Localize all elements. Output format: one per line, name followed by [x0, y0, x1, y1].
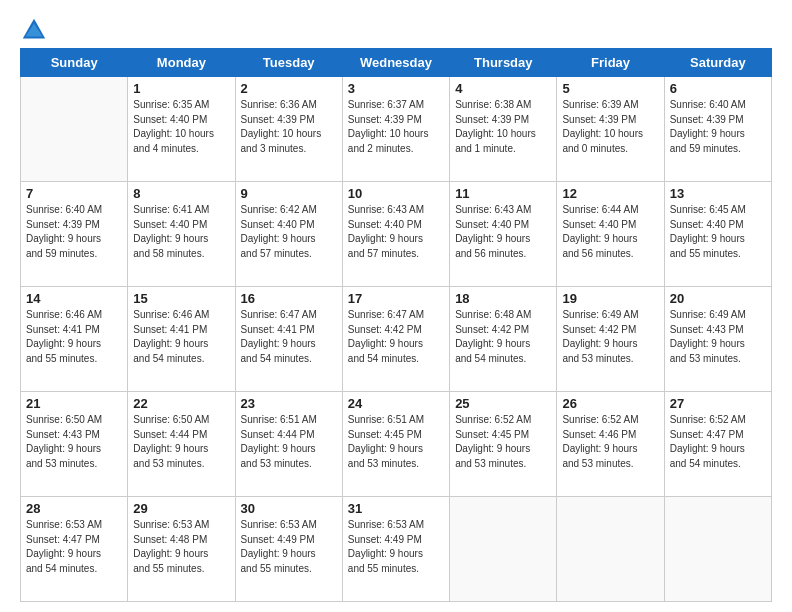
day-number: 30 [241, 501, 337, 516]
day-info: Sunrise: 6:49 AMSunset: 4:42 PMDaylight:… [562, 308, 658, 366]
day-info: Sunrise: 6:43 AMSunset: 4:40 PMDaylight:… [455, 203, 551, 261]
day-cell: 8Sunrise: 6:41 AMSunset: 4:40 PMDaylight… [128, 182, 235, 287]
day-number: 10 [348, 186, 444, 201]
day-number: 14 [26, 291, 122, 306]
day-number: 25 [455, 396, 551, 411]
day-number: 4 [455, 81, 551, 96]
day-info: Sunrise: 6:35 AMSunset: 4:40 PMDaylight:… [133, 98, 229, 156]
day-number: 11 [455, 186, 551, 201]
day-info: Sunrise: 6:46 AMSunset: 4:41 PMDaylight:… [133, 308, 229, 366]
day-info: Sunrise: 6:52 AMSunset: 4:45 PMDaylight:… [455, 413, 551, 471]
week-row-3: 21Sunrise: 6:50 AMSunset: 4:43 PMDayligh… [21, 392, 772, 497]
day-number: 2 [241, 81, 337, 96]
calendar-table: SundayMondayTuesdayWednesdayThursdayFrid… [20, 48, 772, 602]
day-info: Sunrise: 6:46 AMSunset: 4:41 PMDaylight:… [26, 308, 122, 366]
day-cell: 12Sunrise: 6:44 AMSunset: 4:40 PMDayligh… [557, 182, 664, 287]
day-cell: 9Sunrise: 6:42 AMSunset: 4:40 PMDaylight… [235, 182, 342, 287]
day-cell: 30Sunrise: 6:53 AMSunset: 4:49 PMDayligh… [235, 497, 342, 602]
day-cell: 19Sunrise: 6:49 AMSunset: 4:42 PMDayligh… [557, 287, 664, 392]
day-number: 17 [348, 291, 444, 306]
logo-icon [20, 16, 48, 44]
day-number: 7 [26, 186, 122, 201]
day-cell: 10Sunrise: 6:43 AMSunset: 4:40 PMDayligh… [342, 182, 449, 287]
day-number: 21 [26, 396, 122, 411]
day-cell: 24Sunrise: 6:51 AMSunset: 4:45 PMDayligh… [342, 392, 449, 497]
day-info: Sunrise: 6:51 AMSunset: 4:45 PMDaylight:… [348, 413, 444, 471]
day-cell [450, 497, 557, 602]
day-number: 8 [133, 186, 229, 201]
day-cell [664, 497, 771, 602]
day-info: Sunrise: 6:48 AMSunset: 4:42 PMDaylight:… [455, 308, 551, 366]
day-info: Sunrise: 6:44 AMSunset: 4:40 PMDaylight:… [562, 203, 658, 261]
day-cell: 13Sunrise: 6:45 AMSunset: 4:40 PMDayligh… [664, 182, 771, 287]
day-cell: 14Sunrise: 6:46 AMSunset: 4:41 PMDayligh… [21, 287, 128, 392]
day-number: 29 [133, 501, 229, 516]
day-cell: 22Sunrise: 6:50 AMSunset: 4:44 PMDayligh… [128, 392, 235, 497]
day-info: Sunrise: 6:47 AMSunset: 4:41 PMDaylight:… [241, 308, 337, 366]
page: SundayMondayTuesdayWednesdayThursdayFrid… [0, 0, 792, 612]
day-number: 9 [241, 186, 337, 201]
day-info: Sunrise: 6:53 AMSunset: 4:47 PMDaylight:… [26, 518, 122, 576]
day-info: Sunrise: 6:41 AMSunset: 4:40 PMDaylight:… [133, 203, 229, 261]
day-cell: 4Sunrise: 6:38 AMSunset: 4:39 PMDaylight… [450, 77, 557, 182]
day-number: 19 [562, 291, 658, 306]
col-header-monday: Monday [128, 49, 235, 77]
day-info: Sunrise: 6:42 AMSunset: 4:40 PMDaylight:… [241, 203, 337, 261]
day-info: Sunrise: 6:47 AMSunset: 4:42 PMDaylight:… [348, 308, 444, 366]
day-cell: 11Sunrise: 6:43 AMSunset: 4:40 PMDayligh… [450, 182, 557, 287]
day-info: Sunrise: 6:49 AMSunset: 4:43 PMDaylight:… [670, 308, 766, 366]
day-cell: 1Sunrise: 6:35 AMSunset: 4:40 PMDaylight… [128, 77, 235, 182]
day-number: 23 [241, 396, 337, 411]
day-number: 12 [562, 186, 658, 201]
week-row-0: 1Sunrise: 6:35 AMSunset: 4:40 PMDaylight… [21, 77, 772, 182]
day-cell: 3Sunrise: 6:37 AMSunset: 4:39 PMDaylight… [342, 77, 449, 182]
day-number: 16 [241, 291, 337, 306]
day-cell: 18Sunrise: 6:48 AMSunset: 4:42 PMDayligh… [450, 287, 557, 392]
day-info: Sunrise: 6:40 AMSunset: 4:39 PMDaylight:… [670, 98, 766, 156]
day-number: 15 [133, 291, 229, 306]
day-number: 18 [455, 291, 551, 306]
col-header-saturday: Saturday [664, 49, 771, 77]
day-info: Sunrise: 6:40 AMSunset: 4:39 PMDaylight:… [26, 203, 122, 261]
header [20, 16, 772, 44]
logo [20, 16, 50, 44]
day-number: 22 [133, 396, 229, 411]
day-cell: 29Sunrise: 6:53 AMSunset: 4:48 PMDayligh… [128, 497, 235, 602]
day-number: 6 [670, 81, 766, 96]
col-header-tuesday: Tuesday [235, 49, 342, 77]
day-cell: 21Sunrise: 6:50 AMSunset: 4:43 PMDayligh… [21, 392, 128, 497]
week-row-2: 14Sunrise: 6:46 AMSunset: 4:41 PMDayligh… [21, 287, 772, 392]
day-cell: 2Sunrise: 6:36 AMSunset: 4:39 PMDaylight… [235, 77, 342, 182]
day-number: 28 [26, 501, 122, 516]
day-cell: 7Sunrise: 6:40 AMSunset: 4:39 PMDaylight… [21, 182, 128, 287]
col-header-thursday: Thursday [450, 49, 557, 77]
day-cell: 17Sunrise: 6:47 AMSunset: 4:42 PMDayligh… [342, 287, 449, 392]
day-cell [21, 77, 128, 182]
day-number: 24 [348, 396, 444, 411]
day-info: Sunrise: 6:52 AMSunset: 4:46 PMDaylight:… [562, 413, 658, 471]
day-info: Sunrise: 6:51 AMSunset: 4:44 PMDaylight:… [241, 413, 337, 471]
day-cell: 28Sunrise: 6:53 AMSunset: 4:47 PMDayligh… [21, 497, 128, 602]
day-cell: 31Sunrise: 6:53 AMSunset: 4:49 PMDayligh… [342, 497, 449, 602]
day-info: Sunrise: 6:53 AMSunset: 4:48 PMDaylight:… [133, 518, 229, 576]
day-info: Sunrise: 6:43 AMSunset: 4:40 PMDaylight:… [348, 203, 444, 261]
day-info: Sunrise: 6:37 AMSunset: 4:39 PMDaylight:… [348, 98, 444, 156]
day-info: Sunrise: 6:50 AMSunset: 4:43 PMDaylight:… [26, 413, 122, 471]
day-cell: 23Sunrise: 6:51 AMSunset: 4:44 PMDayligh… [235, 392, 342, 497]
day-cell: 20Sunrise: 6:49 AMSunset: 4:43 PMDayligh… [664, 287, 771, 392]
day-info: Sunrise: 6:36 AMSunset: 4:39 PMDaylight:… [241, 98, 337, 156]
day-cell: 26Sunrise: 6:52 AMSunset: 4:46 PMDayligh… [557, 392, 664, 497]
col-header-sunday: Sunday [21, 49, 128, 77]
day-number: 26 [562, 396, 658, 411]
day-cell: 25Sunrise: 6:52 AMSunset: 4:45 PMDayligh… [450, 392, 557, 497]
day-info: Sunrise: 6:53 AMSunset: 4:49 PMDaylight:… [348, 518, 444, 576]
day-cell [557, 497, 664, 602]
day-number: 13 [670, 186, 766, 201]
day-info: Sunrise: 6:38 AMSunset: 4:39 PMDaylight:… [455, 98, 551, 156]
day-info: Sunrise: 6:45 AMSunset: 4:40 PMDaylight:… [670, 203, 766, 261]
day-number: 27 [670, 396, 766, 411]
day-info: Sunrise: 6:39 AMSunset: 4:39 PMDaylight:… [562, 98, 658, 156]
day-number: 1 [133, 81, 229, 96]
day-cell: 27Sunrise: 6:52 AMSunset: 4:47 PMDayligh… [664, 392, 771, 497]
week-row-4: 28Sunrise: 6:53 AMSunset: 4:47 PMDayligh… [21, 497, 772, 602]
